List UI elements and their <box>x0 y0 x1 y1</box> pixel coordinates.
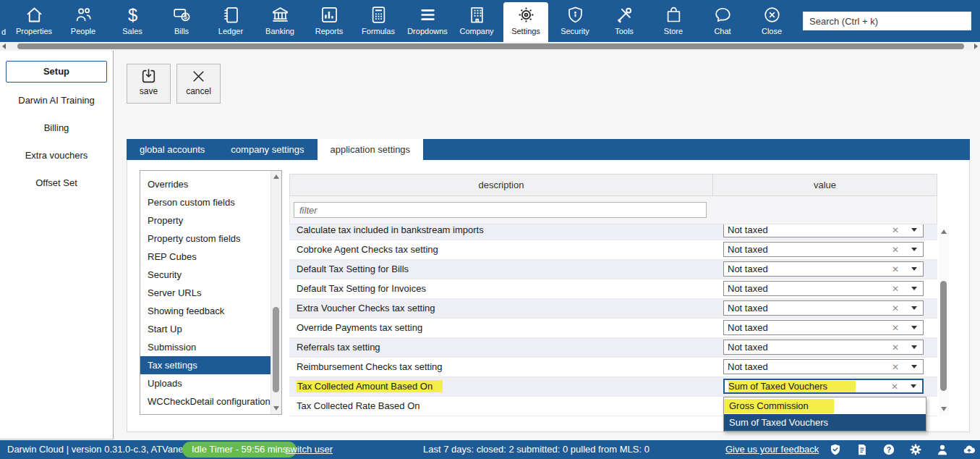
dropdown-value: Not taxed <box>724 264 885 274</box>
toolbar-item-settings[interactable]: Settings <box>503 2 548 42</box>
settings-nav-item-rep-cubes[interactable]: REP Cubes <box>140 248 281 266</box>
switch-user-link[interactable]: switch user <box>286 440 333 459</box>
document-icon[interactable] <box>856 443 869 456</box>
clear-icon[interactable]: ✕ <box>885 245 906 255</box>
dropdown-caret-icon[interactable] <box>906 228 923 232</box>
clear-icon[interactable]: ✕ <box>885 362 906 372</box>
description-text: Default Tax Setting for Bills <box>297 264 409 274</box>
toolbar-item-bills[interactable]: $Bills <box>159 2 204 42</box>
tab-company-settings[interactable]: company settings <box>218 139 317 160</box>
filter-input[interactable] <box>294 202 707 218</box>
value-dropdown[interactable]: Not taxed✕ <box>723 320 924 335</box>
dropdown-caret-icon[interactable] <box>906 248 923 251</box>
clear-icon[interactable]: ✕ <box>885 342 906 353</box>
dropdown-caret-icon[interactable] <box>906 326 923 329</box>
clear-icon[interactable]: ✕ <box>885 225 906 235</box>
row-value-cell: Not taxed✕ <box>712 299 937 318</box>
caret-triangle <box>911 267 917 271</box>
dropdown-caret-icon[interactable] <box>906 365 923 369</box>
dropdown-caret-icon[interactable] <box>906 267 923 271</box>
dropdown-caret-icon[interactable] <box>906 287 923 290</box>
sidebar-item-offset-set[interactable]: Offset Set <box>0 169 113 197</box>
category-scrollbar-thumb[interactable] <box>273 307 279 392</box>
toolbar-item-chat[interactable]: Chat <box>700 2 745 42</box>
cloud-upload-icon[interactable] <box>963 443 976 456</box>
scroll-right-arrow-icon[interactable] <box>974 43 978 49</box>
table-scrollbar[interactable] <box>939 226 949 415</box>
value-dropdown[interactable]: Sum of Taxed Vouchers✕ <box>723 379 924 394</box>
toolbar-item-partial[interactable]: d <box>1 28 6 36</box>
feedback-link[interactable]: Give us your feedback <box>725 440 819 459</box>
settings-nav-item-showing-feedback[interactable]: Showing feedback <box>140 302 281 320</box>
clear-icon[interactable]: ✕ <box>885 264 906 274</box>
value-dropdown[interactable]: Not taxed✕ <box>723 300 924 316</box>
dropdown-caret-icon[interactable] <box>905 384 922 388</box>
dropdown-option[interactable]: Gross Commission <box>724 397 926 414</box>
settings-nav-item-submission[interactable]: Submission <box>140 338 281 356</box>
dropdown-value-text: Not taxed <box>728 361 768 372</box>
sidebar-item-darwin-ai-training[interactable]: Darwin AI Training <box>0 87 113 114</box>
toolbar-item-security[interactable]: Security <box>553 2 597 42</box>
value-dropdown[interactable]: Not taxed✕ <box>723 359 924 374</box>
value-dropdown[interactable]: Not taxed✕ <box>723 261 924 277</box>
help-icon[interactable]: ? <box>882 443 895 456</box>
menu-icon <box>418 5 438 25</box>
settings-nav-item-overrides[interactable]: Overrides <box>140 175 281 193</box>
toolbar-item-store[interactable]: Store <box>651 2 696 42</box>
settings-nav-item-wccheckdetail-configuration[interactable]: WCCheckDetail configuration <box>140 392 281 410</box>
sidebar-item-billing[interactable]: Billing <box>0 114 113 142</box>
category-list-scrollbar[interactable] <box>270 171 281 414</box>
settings-nav-item-start-up[interactable]: Start Up <box>140 320 281 338</box>
toolbar-item-people[interactable]: People <box>61 2 106 42</box>
value-dropdown[interactable]: Not taxed✕ <box>723 224 924 237</box>
value-dropdown[interactable]: Not taxed✕ <box>723 281 924 296</box>
scroll-up-arrow-icon[interactable] <box>273 174 279 179</box>
gear-icon <box>516 5 536 25</box>
sidebar-item-extra-vouchers[interactable]: Extra vouchers <box>0 142 113 169</box>
sidebar-item-setup[interactable]: Setup <box>6 61 107 83</box>
toolbar-item-properties[interactable]: Properties <box>12 2 56 42</box>
clear-icon[interactable]: ✕ <box>885 323 906 333</box>
toolbar-item-reports[interactable]: Reports <box>307 2 351 42</box>
dropdown-value-text: Not taxed <box>728 322 768 333</box>
toolbar-item-dropdowns[interactable]: Dropdowns <box>405 2 450 42</box>
dropdown-caret-icon[interactable] <box>906 345 923 349</box>
search-input[interactable] <box>803 12 971 30</box>
cancel-button[interactable]: cancel <box>176 64 221 104</box>
value-dropdown[interactable]: Not taxed✕ <box>723 340 924 355</box>
tab-global-accounts[interactable]: global accounts <box>127 139 218 160</box>
toolbar-item-formulas[interactable]: Formulas <box>356 2 401 42</box>
settings-nav-item-security[interactable]: Security <box>140 266 281 284</box>
dropdown-caret-icon[interactable] <box>906 306 923 310</box>
horizontal-scrollbar[interactable] <box>0 42 980 51</box>
value-dropdown[interactable]: Not taxed✕ <box>723 242 924 257</box>
toolbar-item-ledger[interactable]: Ledger <box>208 2 253 42</box>
save-button[interactable]: save <box>127 64 171 104</box>
caret-triangle <box>911 287 917 290</box>
settings-nav-item-tax-settings[interactable]: Tax settings <box>140 356 281 374</box>
toolbar-item-banking[interactable]: Banking <box>257 2 302 42</box>
toolbar-item-company[interactable]: Company <box>454 2 499 42</box>
gear-filled-icon[interactable] <box>909 443 922 456</box>
tab-application-settings[interactable]: application settings <box>318 139 424 160</box>
horizontal-scrollbar-thumb[interactable] <box>17 43 964 49</box>
settings-nav-item-property-custom-fields[interactable]: Property custom fields <box>140 230 281 248</box>
toolbar-item-close[interactable]: Close <box>749 2 794 42</box>
person-icon[interactable] <box>936 443 949 456</box>
table-scroll-up-icon[interactable] <box>941 230 947 234</box>
clear-icon[interactable]: ✕ <box>885 382 905 392</box>
clear-icon[interactable]: ✕ <box>885 303 906 313</box>
settings-nav-item-person-custom-fields[interactable]: Person custom fields <box>140 193 281 211</box>
settings-nav-item-uploads[interactable]: Uploads <box>140 374 281 392</box>
settings-nav-item-server-urls[interactable]: Server URLs <box>140 284 281 302</box>
toolbar-item-tools[interactable]: Tools <box>602 2 647 42</box>
dropdown-option[interactable]: Sum of Taxed Vouchers <box>724 414 926 431</box>
table-scrollbar-thumb[interactable] <box>940 281 947 391</box>
settings-nav-item-property[interactable]: Property <box>140 211 281 230</box>
table-scroll-down-icon[interactable] <box>941 407 947 411</box>
shield-check-icon[interactable] <box>829 443 842 456</box>
scroll-left-arrow-icon[interactable] <box>2 43 6 49</box>
clear-icon[interactable]: ✕ <box>885 284 906 294</box>
toolbar-item-sales[interactable]: $Sales <box>110 2 155 42</box>
scroll-down-arrow-icon[interactable] <box>273 406 279 410</box>
